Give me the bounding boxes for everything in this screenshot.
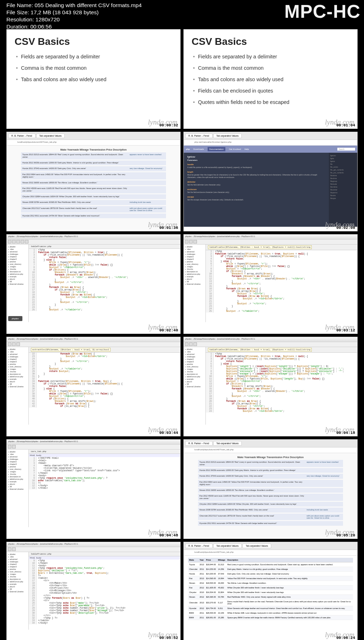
ide-titlebar: phpdev - JS/xampp/htdocs/phpdev - /pract… xyxy=(7,542,180,547)
slide-title: CSV Basics xyxy=(15,36,172,47)
code-editor[interactable]: tablefromcsv.php html body 9<?php10</hea… xyxy=(29,552,180,630)
browser-tabs: R. B. Parker – Fencl Tab-separated Value… xyxy=(184,132,357,140)
breadcrumb[interactable]: html body xyxy=(29,454,180,457)
ide-titlebar: phpdev - JS/xampp/htdocs/phpdev - /pract… xyxy=(7,235,180,240)
project-tree[interactable]: phpdev.ideaadvancedchallengeschapter2cha… xyxy=(7,245,29,322)
thumb-ide-3[interactable]: phpdev - JS/xampp/htdocs/phpdev - /pract… xyxy=(6,337,181,436)
doc-main: fgetcsv Parameters handleA valid file po… xyxy=(184,153,329,227)
thumb-slide-1[interactable]: CSV Basics Fields are separated by a del… xyxy=(6,29,181,129)
nav-item[interactable]: Help xyxy=(245,148,249,150)
file-metadata: File Name: 055 Dealing with different CS… xyxy=(6,2,142,31)
timecode: 00:01:04 xyxy=(336,123,355,127)
project-tree[interactable]: phpdev.ideaadvancedchallengeschapter2cha… xyxy=(7,450,29,527)
address-bar[interactable]: localhost/phpsolutions/ch07/cars_tab.php xyxy=(7,140,180,146)
slide-title: CSV Basics xyxy=(192,36,349,47)
php-logo[interactable]: php xyxy=(186,148,190,150)
project-tree[interactable]: phpdev.ideaadvancedchallengeschapter2cha… xyxy=(184,245,206,322)
timecode: 00:04:48 xyxy=(159,533,178,537)
timecode: 00:03:12 xyxy=(336,328,355,332)
thumb-browser-1[interactable]: R. B. Parker – Fencl Tab-separated Value… xyxy=(6,132,181,231)
thumb-ide-2[interactable]: phpdev - JS/xampp/htdocs/phpdev - /pract… xyxy=(183,234,358,334)
slide-bullets: Fields are separated by a delimiter Comm… xyxy=(15,54,172,82)
code-editor[interactable]: tableFromCsv($filename, [$titles : bool … xyxy=(206,245,357,322)
code-editor[interactable]: tableFromCsv($filename, [$titles : bool … xyxy=(206,347,357,425)
browser-tab[interactable]: R. B. Parker – Fencl xyxy=(185,133,213,138)
browser-tabs: R. B. Parker – Fencl Tab-separated Value… xyxy=(7,132,180,140)
search-input[interactable]: Search xyxy=(337,148,355,151)
browser-tab[interactable]: R. B. Parker – Fencl xyxy=(185,544,213,548)
thumb-phpdoc[interactable]: R. B. Parker – Fencl Tab-separated Value… xyxy=(183,132,358,231)
timecode: 00:05:52 xyxy=(159,636,178,640)
timecode: 00:03:44 xyxy=(159,431,178,435)
code-editor[interactable]: cars_tab.php html body 1<!DOCTYPE html>2… xyxy=(29,450,180,527)
timecode: 00:01:36 xyxy=(159,226,178,230)
timecode: 00:05:20 xyxy=(336,533,355,537)
thumb-datatable[interactable]: R. B. Parker – Fencl Tab-separated Value… xyxy=(183,542,358,640)
timecode: 00:02:40 xyxy=(159,328,178,332)
thumb-ide-4[interactable]: phpdev - JS/xampp/htdocs/phpdev - /pract… xyxy=(183,337,358,436)
tooltip-overlay: phpdev xyxy=(8,316,22,321)
timecode: 00:04:18 xyxy=(336,431,355,435)
browser-tab[interactable]: Tab-separated Values xyxy=(213,133,242,138)
ide-titlebar: phpdev - JS/xampp/htdocs/phpdev - /pract… xyxy=(184,235,357,240)
app-watermark: MPC-HC xyxy=(284,1,360,22)
slide-bullets: Fields are separated by a delimiter Comm… xyxy=(192,54,349,105)
project-tree[interactable]: phpdev.ideaadvancedchallengeschapter2cha… xyxy=(7,552,29,630)
page-content: Make Yearmade Mileage Transmission Price… xyxy=(184,453,357,530)
browser-tab[interactable]: Tab-separated Values xyxy=(213,441,242,446)
ide-titlebar: phpdev - JS/xampp/htdocs/phpdev - /pract… xyxy=(7,440,180,445)
browser-tab[interactable]: Tab-separated Values xyxy=(36,133,65,138)
timecode: 00:02:08 xyxy=(336,226,355,230)
project-tree[interactable]: phpdev.ideaadvancedchallengeschapter2cha… xyxy=(7,347,29,425)
thumb-slide-2[interactable]: CSV Basics Fields are separated by a del… xyxy=(183,29,358,129)
browser-tab[interactable]: Tab-separated Values xyxy=(242,544,271,548)
thumb-ide-1[interactable]: phpdev - JS/xampp/htdocs/phpdev - /pract… xyxy=(6,234,181,334)
browser-tab[interactable]: R. B. Parker – Fencl xyxy=(8,133,36,138)
thumb-browser-2[interactable]: R. B. Parker – Fencl Tab-separated Value… xyxy=(183,439,358,539)
cars-table: MakeYearPriceMileageDescription Toyota20… xyxy=(188,558,353,620)
nav-item[interactable]: Get Involved xyxy=(229,148,241,150)
address-bar[interactable]: php.net/manual/en/function.fgetcsv.php xyxy=(184,140,357,146)
php-navbar: php Downloads Documentation Get Involved… xyxy=(184,146,357,153)
page-content: Make Yearmade Mileage Transmission Price… xyxy=(7,146,180,222)
doc-sidebar: fgetcsvfgetsfgetssfilefile_existsfile_ge… xyxy=(329,153,357,227)
browser-tab[interactable]: R. B. Parker – Fencl xyxy=(185,441,213,446)
project-tree[interactable]: phpdev.ideaadvancedchallengeschapter2cha… xyxy=(184,347,206,425)
code-editor[interactable]: extractCsv($filename, [$titles : bool = … xyxy=(29,347,180,425)
nav-item[interactable]: Downloads xyxy=(193,148,204,150)
thumb-ide-6[interactable]: phpdev - JS/xampp/htdocs/phpdev - /pract… xyxy=(6,542,181,640)
browser-tabs: R. B. Parker – Fencl Tab-separated Value… xyxy=(184,440,357,447)
code-editor[interactable]: tablefromcsv.php 1<?php2function tableFr… xyxy=(29,245,180,322)
ide-titlebar: phpdev - JS/xampp/htdocs/phpdev - /pract… xyxy=(7,337,180,342)
ide-titlebar: phpdev - JS/xampp/htdocs/phpdev - /pract… xyxy=(184,337,357,342)
address-bar[interactable]: localhost/phpsolutions/ch07/cars_tab.php xyxy=(184,447,357,453)
timecode: 00:06:24 xyxy=(336,636,355,640)
address-bar[interactable]: localhost/phpsolutions/ch07/cars_tab.php xyxy=(184,550,357,556)
thumb-ide-5[interactable]: phpdev - JS/xampp/htdocs/phpdev - /pract… xyxy=(6,439,181,539)
nav-item[interactable]: Documentation xyxy=(208,147,225,151)
timecode: 00:00:32 xyxy=(159,123,178,127)
thumbnail-grid: CSV Basics Fields are separated by a del… xyxy=(6,29,358,640)
browser-tabs: R. B. Parker – Fencl Tab-separated Value… xyxy=(184,542,357,550)
breadcrumb[interactable]: html body xyxy=(29,556,180,560)
browser-tab[interactable]: Tab-separated Values xyxy=(213,544,242,548)
